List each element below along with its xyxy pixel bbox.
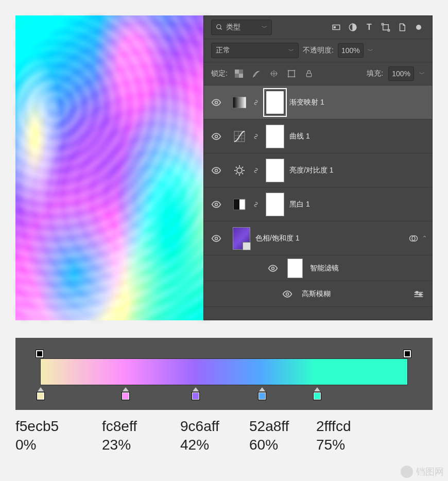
opacity-stop-right[interactable] <box>404 350 412 358</box>
layer-gradient-map[interactable]: 渐变映射 1 <box>204 85 432 119</box>
legend-stop-1: fc8eff 23% <box>102 418 137 453</box>
visibility-toggle[interactable] <box>209 97 223 108</box>
collapse-icon[interactable]: ⌃ <box>422 235 427 242</box>
layer-brightness-contrast[interactable]: 亮度/对比度 1 <box>204 153 432 187</box>
color-stop-4[interactable] <box>313 387 322 400</box>
opacity-value: 100% <box>341 46 360 55</box>
svg-line-1 <box>220 28 222 30</box>
svg-point-18 <box>237 168 242 173</box>
svg-rect-6 <box>382 24 384 25</box>
filter-shape-icon[interactable] <box>380 21 392 33</box>
visibility-toggle[interactable] <box>266 263 280 273</box>
visibility-toggle[interactable] <box>280 289 295 299</box>
svg-point-25 <box>272 267 274 269</box>
layer-black-white[interactable]: 黑白 1 <box>204 187 432 221</box>
gradient-bar[interactable] <box>40 358 408 385</box>
svg-point-22 <box>215 237 218 239</box>
legend-pos: 42% <box>180 437 219 453</box>
color-stop-2[interactable] <box>191 387 200 400</box>
fill-input[interactable]: 100% <box>388 66 414 81</box>
visibility-toggle[interactable] <box>209 131 223 142</box>
opacity-stop-left[interactable] <box>36 350 44 358</box>
layer-mask-thumb[interactable] <box>266 193 284 216</box>
filter-fx-icon[interactable] <box>409 234 418 243</box>
blend-mode-dropdown[interactable]: 正常 ﹀ <box>211 43 299 58</box>
svg-rect-10 <box>239 74 243 78</box>
watermark-text: 铛图网 <box>416 466 444 478</box>
svg-point-3 <box>334 27 336 28</box>
legend-stop-2: 9c6aff 42% <box>180 418 219 453</box>
layer-hue-saturation[interactable]: 色相/饱和度 1 ⌃ <box>204 221 432 255</box>
visibility-toggle[interactable] <box>209 199 223 210</box>
legend-hex: fc8eff <box>102 418 137 435</box>
lock-paint-icon[interactable] <box>250 67 263 80</box>
filter-name: 高斯模糊 <box>302 289 331 299</box>
legend-hex: f5ecb5 <box>15 418 59 435</box>
svg-rect-11 <box>288 71 295 77</box>
canvas-preview <box>15 15 210 320</box>
color-stop-1[interactable] <box>121 387 130 400</box>
layer-name: 黑白 1 <box>289 200 310 209</box>
svg-rect-5 <box>383 25 389 30</box>
layer-mask-thumb[interactable] <box>266 91 284 114</box>
filter-settings-icon[interactable] <box>413 291 424 297</box>
layer-curves[interactable]: 曲线 1 <box>204 119 432 153</box>
filter-adjustment-icon[interactable] <box>347 21 359 33</box>
black-white-icon <box>233 198 246 211</box>
legend-pos: 0% <box>15 437 59 453</box>
legend-pos: 23% <box>102 437 137 453</box>
filter-pixel-icon[interactable] <box>330 21 342 33</box>
layer-name: 曲线 1 <box>289 132 310 141</box>
svg-point-13 <box>215 101 218 104</box>
smart-filter-gaussian-blur[interactable]: 高斯模糊 <box>204 281 432 307</box>
fill-label: 填充: <box>367 69 383 78</box>
lock-all-icon[interactable] <box>303 67 315 80</box>
lock-row: 锁定: 填充: 100% ﹀ <box>204 62 432 85</box>
opacity-input[interactable]: 100% <box>338 43 364 58</box>
lock-artboard-icon[interactable] <box>285 67 298 80</box>
filter-type-label: 类型 <box>226 23 240 32</box>
filter-type-dropdown[interactable]: 类型 ﹀ <box>211 20 272 35</box>
filter-type-icon[interactable]: T <box>363 21 375 33</box>
layers-panel: 类型 ﹀ T 正常 ﹀ 不透明度: 100% ﹀ 锁定: 填充: 100% <box>203 15 433 320</box>
svg-rect-12 <box>306 73 311 77</box>
smart-object-thumb[interactable] <box>233 227 250 250</box>
visibility-toggle[interactable] <box>209 233 223 244</box>
filter-toggle[interactable] <box>412 21 425 33</box>
chevron-down-icon: ﹀ <box>262 24 267 31</box>
layer-mask-thumb[interactable] <box>266 159 284 182</box>
opacity-label: 不透明度: <box>303 46 334 55</box>
legend-pos: 60% <box>249 437 289 453</box>
svg-point-0 <box>217 25 221 29</box>
blend-mode-label: 正常 <box>216 46 230 55</box>
svg-rect-14 <box>233 97 246 108</box>
lock-transparency-icon[interactable] <box>233 67 245 80</box>
filter-smartobject-icon[interactable] <box>396 21 408 33</box>
svg-point-19 <box>215 203 218 205</box>
link-icon <box>251 98 261 107</box>
svg-rect-31 <box>420 294 421 295</box>
svg-point-17 <box>215 169 218 171</box>
lock-position-icon[interactable] <box>268 67 280 80</box>
brightness-icon <box>233 164 246 177</box>
smart-filters-heading[interactable]: 智能滤镜 <box>204 255 432 281</box>
search-icon <box>216 24 223 31</box>
svg-point-26 <box>286 293 289 295</box>
legend-hex: 2fffcd <box>316 418 351 435</box>
curves-icon <box>233 130 246 143</box>
layer-name: 色相/饱和度 1 <box>255 234 300 243</box>
gradient-editor <box>15 338 433 410</box>
layer-mask-thumb[interactable] <box>266 125 284 148</box>
filter-mask-thumb[interactable] <box>287 259 303 278</box>
legend-pos: 75% <box>316 437 351 453</box>
chevron-down-icon[interactable]: ﹀ <box>368 47 373 55</box>
svg-rect-7 <box>388 30 390 31</box>
visibility-toggle[interactable] <box>209 165 223 176</box>
color-stop-0[interactable] <box>36 387 45 400</box>
chevron-down-icon: ﹀ <box>288 47 294 55</box>
color-stop-3[interactable] <box>257 387 267 400</box>
legend-hex: 52a8ff <box>249 418 289 435</box>
chevron-down-icon[interactable]: ﹀ <box>419 70 425 78</box>
svg-rect-9 <box>235 70 239 74</box>
svg-rect-21 <box>234 199 239 210</box>
